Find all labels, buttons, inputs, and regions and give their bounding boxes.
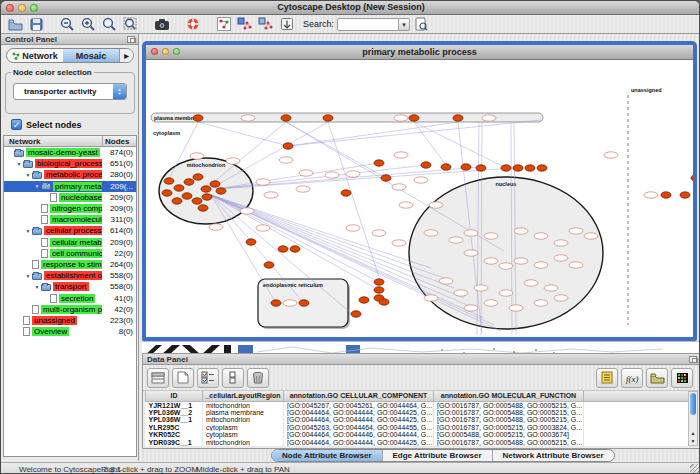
tree-row[interactable]: ▼biological_process651(0) [4, 158, 136, 169]
network-node-label[interactable] [240, 208, 254, 214]
tab-edge-attribute-browser[interactable]: Edge Attribute Browser [382, 450, 492, 461]
scroll-down-arrow[interactable]: ▼ [689, 437, 697, 445]
network-node-label[interactable] [499, 263, 513, 269]
network-node-label[interactable] [346, 225, 360, 231]
network-node[interactable] [537, 165, 547, 171]
network-node[interactable] [182, 193, 192, 199]
network-node-label[interactable] [584, 233, 598, 239]
network-node-label[interactable] [534, 233, 548, 239]
scroll-up-arrow[interactable]: ▲ [689, 429, 697, 437]
network-node-label[interactable] [429, 202, 443, 208]
table-cell[interactable]: [GO:0044464, GO:0044444, GO:0044425, G..… [284, 439, 434, 447]
table-scrollbar[interactable]: ▲ ▼ [688, 391, 698, 446]
expander-icon[interactable]: ▼ [24, 273, 32, 279]
zoom-fit-button[interactable] [120, 16, 141, 33]
network-window-titlebar[interactable]: primary metabolic process [146, 45, 693, 60]
network-node[interactable] [379, 299, 389, 305]
network-node[interactable] [421, 162, 431, 168]
network-node-label[interactable] [394, 115, 408, 121]
network-node[interactable] [525, 165, 535, 171]
import-attributes-button[interactable] [596, 368, 618, 388]
table-cell[interactable]: cytoplasm [203, 424, 284, 432]
search-dropdown-arrow[interactable]: ▼ [399, 18, 410, 31]
network-node-label[interactable] [514, 258, 528, 264]
tree-row[interactable]: macromolecule311(0) [4, 214, 136, 225]
network-node-label[interactable] [279, 157, 293, 163]
network-node[interactable] [374, 287, 384, 293]
save-session-button[interactable] [26, 16, 47, 33]
table-column-header[interactable]: annotation.GO MOLECULAR_FUNCTION [434, 391, 584, 401]
network-node-label[interactable] [372, 230, 386, 236]
table-cell[interactable]: plasma membrane [203, 409, 284, 417]
data-panel-float-icon[interactable] [689, 356, 697, 363]
tree-row[interactable]: unassigned223(0) [4, 315, 136, 326]
network-node[interactable] [441, 164, 451, 170]
table-row[interactable]: YDR039C__1mitochondrion[GO:0044464, GO:0… [146, 439, 690, 447]
search-input[interactable] [337, 18, 399, 31]
table-row[interactable]: YJR121W__1mitochondrion[GO:0045267, GO:0… [146, 401, 690, 409]
network-node-label[interactable] [474, 285, 488, 291]
network-node-label[interactable] [226, 158, 240, 164]
table-cell[interactable]: YLR295C [146, 424, 203, 432]
annotation-tool-1-icon[interactable] [234, 16, 255, 33]
zoom-in-button[interactable] [78, 16, 99, 33]
network-node[interactable] [172, 198, 182, 204]
table-cell[interactable]: [GO:0044464, GO:0044444, GO:0044425, G..… [284, 416, 434, 424]
network-node-label[interactable] [554, 255, 568, 261]
network-node-label[interactable] [414, 177, 428, 183]
open-file-button[interactable] [5, 16, 26, 33]
network-node-label[interactable] [534, 262, 548, 268]
table-cell[interactable] [584, 409, 690, 417]
table-row[interactable]: YPL036W__2plasma membrane[GO:0044464, GO… [146, 409, 690, 417]
network-node-label[interactable] [554, 240, 568, 246]
tab-overflow-arrow[interactable]: ▶ [119, 49, 133, 62]
table-row[interactable]: YPL036W__1mitochondrion[GO:0044464, GO:0… [146, 416, 690, 424]
tree-row[interactable]: cellular metabol209(0) [4, 237, 136, 248]
network-node[interactable] [198, 205, 208, 211]
table-cell[interactable]: YKR052C [146, 431, 203, 439]
expander-icon[interactable]: ▼ [33, 183, 41, 189]
network-node[interactable] [193, 174, 203, 180]
table-cell[interactable]: [GO:0016787, GO:0005488, GO:0005215, G..… [434, 416, 584, 424]
network-node[interactable] [264, 262, 274, 268]
network-node-label[interactable] [394, 152, 408, 158]
app-titlebar[interactable]: Cytoscape Desktop (New Session) [1, 1, 700, 15]
network-node-label[interactable] [464, 230, 478, 236]
select-nodes-checkbox[interactable]: ✓ [11, 119, 22, 130]
network-node[interactable] [453, 115, 463, 121]
table-cell[interactable] [584, 439, 690, 447]
network-node[interactable] [374, 160, 384, 166]
table-column-header[interactable]: annotation.GO CELLULAR_COMPONENT [284, 391, 434, 401]
formula-builder-button[interactable]: f(x) [621, 368, 643, 388]
table-cell[interactable]: [GO:0016787, GO:0005488, GO:0005215, G..… [434, 409, 584, 417]
network-node-label[interactable] [325, 172, 339, 178]
select-attributes-button[interactable] [147, 368, 169, 388]
network-node-label[interactable] [399, 202, 413, 208]
tab-node-attribute-browser[interactable]: Node Attribute Browser [272, 450, 382, 461]
heatmap-button[interactable] [671, 368, 693, 388]
attribute-pair-button[interactable] [222, 368, 244, 388]
zoom-selected-button[interactable] [99, 16, 120, 33]
network-node-label[interactable] [604, 152, 618, 158]
network-node[interactable] [409, 115, 419, 121]
table-column-header[interactable]: ID [146, 391, 203, 401]
network-node-label[interactable] [544, 285, 558, 291]
open-attributes-folder-button[interactable] [646, 368, 668, 388]
table-cell[interactable]: YJR121W__1 [146, 401, 203, 409]
network-node[interactable] [359, 297, 369, 303]
network-node[interactable] [210, 181, 220, 187]
tree-row[interactable]: Overview8(0) [4, 326, 136, 337]
expander-icon[interactable]: ▼ [24, 228, 32, 234]
table-cell[interactable]: [GO:0016787, GO:0005215, GO:0003824, G..… [434, 424, 584, 432]
network-canvas[interactable]: plasma membranecytoplasmmitochondrionnuc… [146, 61, 693, 337]
help-button[interactable] [182, 16, 203, 33]
network-node-label[interactable] [554, 295, 568, 301]
table-cell[interactable] [584, 416, 690, 424]
network-node-label[interactable] [509, 305, 523, 311]
network-node-label[interactable] [484, 233, 498, 239]
table-cell[interactable]: [GO:0016787, GO:0005488, GO:0005215, G..… [434, 401, 584, 409]
network-node[interactable] [691, 175, 693, 181]
network-node[interactable] [501, 165, 511, 171]
table-cell[interactable]: YDR039C__1 [146, 439, 203, 447]
table-cell[interactable]: [GO:0044464, GO:0044446, GO:0044444, G..… [284, 431, 434, 439]
